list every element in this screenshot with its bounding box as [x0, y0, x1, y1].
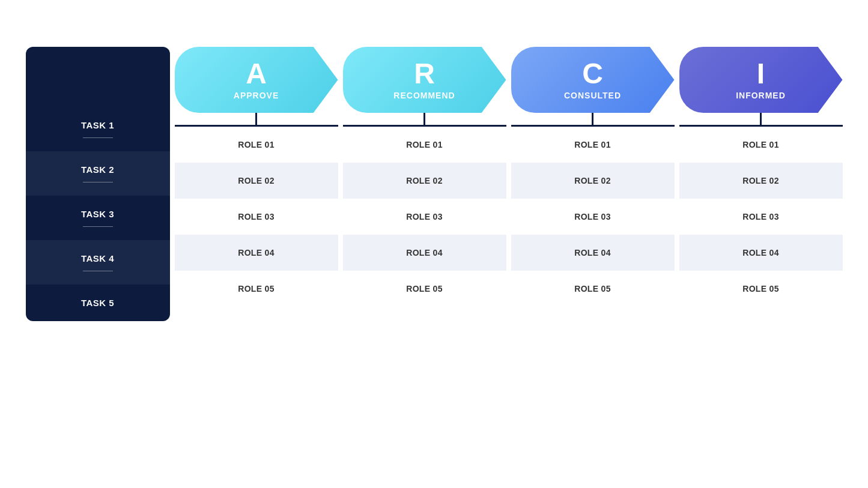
banner-r: RRECOMMEND: [343, 47, 506, 113]
role-column-i: IINFORMEDROLE 01ROLE 02ROLE 03ROLE 04ROL…: [679, 47, 843, 307]
vertical-line-r: [423, 113, 425, 125]
vertical-line-i: [760, 113, 762, 125]
banner-i: IINFORMED: [679, 47, 843, 113]
banner-letter-c: C: [582, 59, 603, 88]
role-cell-i-3: ROLE 03: [679, 199, 843, 235]
task-item-1: TASK 1: [26, 107, 170, 151]
role-cell-i-4: ROLE 04: [679, 235, 843, 271]
role-column-a: AAPPROVEROLE 01ROLE 02ROLE 03ROLE 04ROLE…: [175, 47, 338, 307]
role-cell-r-5: ROLE 05: [343, 271, 506, 307]
task-item-2: TASK 2: [26, 151, 170, 196]
banner-letter-a: A: [246, 59, 267, 88]
role-cells-a: ROLE 01ROLE 02ROLE 03ROLE 04ROLE 05: [175, 125, 338, 307]
banner-letter-i: I: [757, 59, 765, 88]
banner-label-a: APPROVE: [234, 91, 279, 100]
role-cell-i-2: ROLE 02: [679, 163, 843, 199]
matrix-container: TASK 1TASK 2TASK 3TASK 4TASK 5 AAPPROVER…: [26, 47, 843, 321]
role-column-c: CCONSULTEDROLE 01ROLE 02ROLE 03ROLE 04RO…: [511, 47, 675, 307]
role-cell-i-5: ROLE 05: [679, 271, 843, 307]
banner-label-r: RECOMMEND: [393, 91, 455, 100]
role-cell-c-2: ROLE 02: [511, 163, 675, 199]
role-cell-r-2: ROLE 02: [343, 163, 506, 199]
role-cell-r-1: ROLE 01: [343, 127, 506, 163]
role-cells-r: ROLE 01ROLE 02ROLE 03ROLE 04ROLE 05: [343, 125, 506, 307]
banner-label-i: INFORMED: [736, 91, 786, 100]
role-cells-i: ROLE 01ROLE 02ROLE 03ROLE 04ROLE 05: [679, 125, 843, 307]
tasks-column: TASK 1TASK 2TASK 3TASK 4TASK 5: [26, 47, 170, 321]
role-cell-c-4: ROLE 04: [511, 235, 675, 271]
role-cell-c-3: ROLE 03: [511, 199, 675, 235]
role-cell-c-5: ROLE 05: [511, 271, 675, 307]
role-cell-a-4: ROLE 04: [175, 235, 338, 271]
tasks-list: TASK 1TASK 2TASK 3TASK 4TASK 5: [26, 107, 170, 321]
task-item-4: TASK 4: [26, 240, 170, 285]
banner-c: CCONSULTED: [511, 47, 675, 113]
role-cell-a-2: ROLE 02: [175, 163, 338, 199]
banner-label-c: CONSULTED: [564, 91, 621, 100]
role-cell-a-5: ROLE 05: [175, 271, 338, 307]
role-cell-a-3: ROLE 03: [175, 199, 338, 235]
task-item-3: TASK 3: [26, 196, 170, 240]
task-item-5: TASK 5: [26, 285, 170, 321]
role-cells-c: ROLE 01ROLE 02ROLE 03ROLE 04ROLE 05: [511, 125, 675, 307]
role-cell-c-1: ROLE 01: [511, 127, 675, 163]
role-cell-i-1: ROLE 01: [679, 127, 843, 163]
role-cell-a-1: ROLE 01: [175, 127, 338, 163]
role-cell-r-4: ROLE 04: [343, 235, 506, 271]
banner-letter-r: R: [414, 59, 435, 88]
vertical-line-c: [592, 113, 593, 125]
role-cell-r-3: ROLE 03: [343, 199, 506, 235]
vertical-line-a: [255, 113, 257, 125]
banner-a: AAPPROVE: [175, 47, 338, 113]
tasks-header: [86, 47, 110, 107]
role-column-r: RRECOMMENDROLE 01ROLE 02ROLE 03ROLE 04RO…: [343, 47, 506, 307]
